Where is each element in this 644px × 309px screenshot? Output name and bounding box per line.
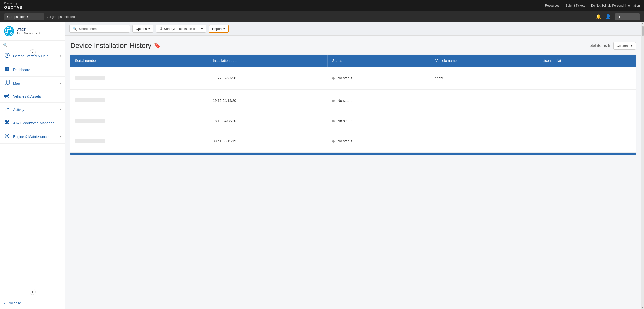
dashboard-icon: [4, 66, 10, 73]
sidebar-collapse-button[interactable]: ‹ Collapse: [0, 297, 65, 309]
svg-rect-13: [4, 95, 8, 97]
brand-info: AT&T Fleet Management: [17, 28, 40, 35]
chevron-down-icon: ▾: [60, 135, 61, 138]
sidebar-search-area: 🔍: [0, 41, 65, 49]
license-plate-cell: [538, 112, 636, 130]
collapse-arrow-icon: ‹: [4, 301, 5, 305]
map-icon: [4, 80, 10, 86]
top-bar-left: Powered by GEOTAB: [4, 2, 23, 10]
table-row[interactable]: 11:22 07/27/20 No status 9999: [70, 67, 636, 89]
content-area: 🔍 Options ▾ ⇅ Sort by: Installation date…: [65, 22, 641, 309]
page-content: Device Installation History 🔖 Total item…: [65, 36, 641, 309]
sidebar-item-activity[interactable]: Activity ▾: [0, 103, 65, 116]
user-icon[interactable]: 👤: [605, 14, 611, 19]
resources-link[interactable]: Resources: [545, 4, 559, 7]
do-not-sell-link[interactable]: Do Not Sell My Personal Information: [591, 4, 640, 7]
search-input[interactable]: [79, 27, 124, 31]
top-navigation-bar: Powered by GEOTAB Resources Submit Ticke…: [0, 0, 644, 11]
groups-filter-chevron-icon: ▾: [27, 15, 28, 18]
logo-area: Powered by GEOTAB: [4, 2, 23, 10]
license-plate-cell: [538, 130, 636, 152]
sidebar-item-label: Dashboard: [13, 68, 61, 72]
total-items-count: Total items 5: [588, 43, 610, 48]
col-license-plate: License plat: [538, 55, 636, 67]
scroll-thumb[interactable]: [642, 26, 644, 36]
page-header-right: Total items 5 Columns ▾: [588, 42, 636, 50]
table-row[interactable]: 19:16 04/14/20 No status: [70, 89, 636, 112]
serial-number-value: [75, 76, 105, 80]
vertical-scrollbar[interactable]: ▲ ▼: [641, 22, 644, 309]
sort-label: Sort by:: [164, 27, 175, 31]
status-cell: No status: [328, 89, 431, 112]
report-label: Report: [212, 27, 222, 31]
groups-bar-right: 🔔 👤 ▼: [596, 13, 640, 20]
search-box[interactable]: 🔍: [69, 25, 130, 33]
svg-rect-16: [5, 107, 9, 111]
bookmark-icon[interactable]: 🔖: [154, 42, 161, 49]
col-status: Status: [328, 55, 431, 67]
serial-number-value: [75, 139, 105, 143]
sort-icon: ⇅: [159, 27, 162, 31]
status-value: No status: [338, 76, 352, 80]
sidebar-scroll-down-button[interactable]: ▼: [30, 289, 36, 295]
status-value: No status: [338, 119, 352, 123]
sidebar-item-att-workforce[interactable]: AT&T Workforce Manager: [0, 116, 65, 130]
sidebar-item-vehicles-assets[interactable]: Vehicles & Assets: [0, 90, 65, 103]
main-layout: AT&T Fleet Management 🔍 ▲ ? Getting Star…: [0, 22, 644, 309]
sort-chevron-icon: ▾: [201, 27, 203, 31]
user-menu-button[interactable]: ▼: [615, 13, 640, 20]
vehicle-name-cell: [431, 130, 538, 152]
col-vehicle-name: Vehicle name: [431, 55, 538, 67]
sidebar-scroll-up-button[interactable]: ▲: [30, 49, 36, 55]
top-bar-right: Resources Submit Tickets Do Not Sell My …: [545, 4, 640, 7]
serial-number-value: [75, 119, 105, 123]
brand-subtitle: Fleet Management: [17, 32, 40, 35]
table-scroll-indicator: [70, 153, 636, 155]
sidebar-item-dashboard[interactable]: Dashboard: [0, 63, 65, 77]
puzzle-icon: [4, 120, 10, 126]
help-icon: ?: [4, 53, 10, 59]
report-button[interactable]: Report ▾: [209, 25, 229, 33]
sidebar-item-map[interactable]: Map ▾: [0, 77, 65, 90]
serial-number-cell: [70, 67, 208, 89]
columns-chevron-icon: ▾: [631, 44, 633, 48]
status-cell: No status: [328, 67, 431, 89]
scroll-up-arrow[interactable]: ▲: [642, 23, 644, 25]
submit-tickets-link[interactable]: Submit Tickets: [566, 4, 585, 7]
serial-number-cell: [70, 130, 208, 152]
engine-icon: [4, 133, 10, 140]
installation-date-cell: 09:41 08/13/19: [208, 130, 328, 152]
sidebar-item-engine-maintenance[interactable]: Engine & Maintenance ▾: [0, 130, 65, 144]
options-button[interactable]: Options ▾: [132, 25, 153, 33]
att-logo: [4, 26, 14, 36]
activity-icon: [4, 106, 10, 113]
status-cell: No status: [328, 130, 431, 152]
scroll-down-arrow[interactable]: ▼: [642, 306, 644, 308]
page-header: Device Installation History 🔖 Total item…: [70, 42, 636, 50]
table-row[interactable]: 09:41 08/13/19 No status: [70, 130, 636, 152]
columns-button[interactable]: Columns ▾: [613, 42, 636, 50]
sidebar-item-label: Map: [13, 81, 57, 85]
svg-point-15: [8, 97, 9, 98]
svg-rect-9: [5, 69, 7, 71]
page-title: Device Installation History 🔖: [70, 42, 161, 50]
status-value: No status: [338, 139, 352, 143]
groups-filter-button[interactable]: Groups filter ▾: [4, 13, 44, 20]
sidebar-search-icon[interactable]: 🔍: [3, 43, 7, 47]
serial-number-cell: [70, 112, 208, 130]
chevron-down-icon: ▾: [60, 54, 61, 58]
table-row[interactable]: 18:19 04/08/20 No status: [70, 112, 636, 130]
vehicle-name-cell: [431, 112, 538, 130]
serial-number-cell: [70, 89, 208, 112]
sidebar-item-label: AT&T Workforce Manager: [13, 121, 61, 125]
user-menu-label: ▼: [618, 15, 621, 19]
installation-date-cell: 19:16 04/14/20: [208, 89, 328, 112]
svg-point-18: [6, 135, 8, 137]
notification-icon[interactable]: 🔔: [596, 14, 601, 19]
sort-button[interactable]: ⇅ Sort by: Installation date ▾: [156, 25, 206, 33]
status-dot-icon: [332, 77, 335, 80]
truck-icon: [4, 94, 10, 99]
groups-selected-text: All groups selected: [47, 15, 75, 19]
svg-rect-10: [7, 69, 9, 71]
sidebar-item-label: Getting Started & Help: [13, 54, 57, 58]
